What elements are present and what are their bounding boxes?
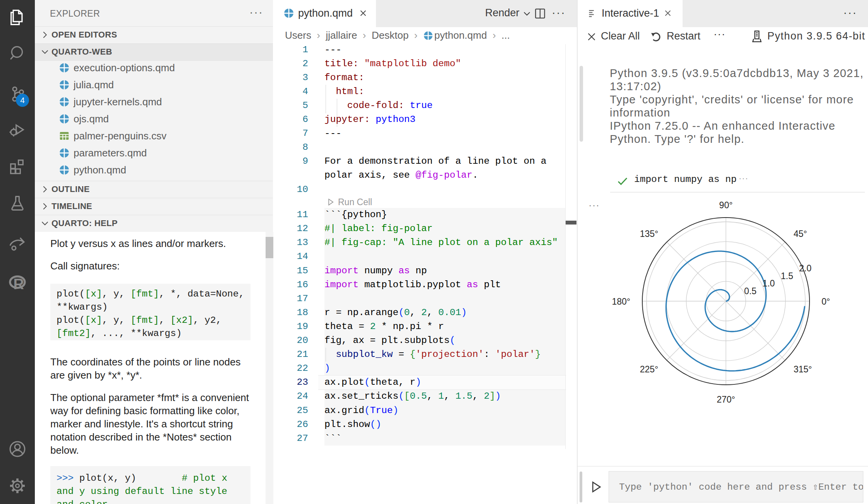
svg-text:0.5: 0.5 (744, 286, 756, 296)
svg-text:270°: 270° (717, 394, 735, 405)
svg-text:R: R (14, 276, 24, 292)
svg-text:45°: 45° (794, 229, 807, 239)
svg-text:315°: 315° (794, 364, 812, 374)
svg-text:1.0: 1.0 (762, 278, 775, 288)
svg-text:225°: 225° (640, 364, 659, 374)
svg-text:1.5: 1.5 (781, 271, 793, 281)
svg-text:180°: 180° (612, 297, 630, 307)
svg-text:90°: 90° (719, 200, 733, 210)
svg-text:0°: 0° (822, 297, 830, 307)
svg-text:2.0: 2.0 (799, 263, 811, 273)
svg-text:135°: 135° (640, 229, 659, 239)
